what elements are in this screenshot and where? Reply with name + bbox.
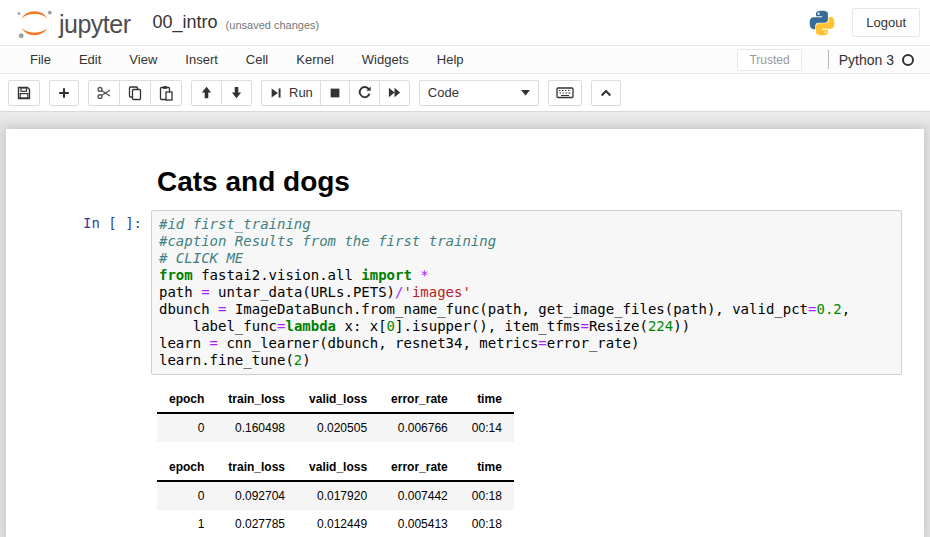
table-row: 00.0927040.0179200.00744200:18 xyxy=(157,481,514,510)
table-cell: 0.092704 xyxy=(216,481,297,510)
command-palette-button[interactable] xyxy=(548,80,582,106)
header-bar: jupyter 00_intro (unsaved changes) Logou… xyxy=(0,0,930,45)
menu-cell[interactable]: Cell xyxy=(232,47,282,72)
jupyter-logo-icon xyxy=(16,6,53,40)
restart-run-all-button[interactable] xyxy=(379,80,410,106)
code-line: from fastai2.vision.all import * xyxy=(159,267,894,284)
notebook-container: Cats and dogs In [ ]: #id first_training… xyxy=(6,129,924,537)
table-cell: 0.017920 xyxy=(297,481,379,510)
output-table-wrap-1: epochtrain_lossvalid_losserror_ratetime0… xyxy=(157,387,924,442)
jupyter-logo-text: jupyter xyxy=(59,12,131,40)
table-cell: 0.007442 xyxy=(379,481,460,510)
output-table: epochtrain_lossvalid_losserror_ratetime0… xyxy=(157,387,514,442)
output-area: epochtrain_lossvalid_losserror_ratetime0… xyxy=(157,380,924,537)
table-cell: 0.012449 xyxy=(297,510,379,537)
col-header-train_loss: train_loss xyxy=(216,387,297,413)
notebook-title[interactable]: 00_intro xyxy=(153,12,218,33)
col-header-time: time xyxy=(460,387,514,413)
table-cell: 00:18 xyxy=(460,481,514,510)
menu-help[interactable]: Help xyxy=(423,47,478,72)
col-header-epoch: epoch xyxy=(157,387,216,413)
col-header-train_loss: train_loss xyxy=(216,455,297,481)
table-cell: 1 xyxy=(157,510,216,537)
paste-cell-button[interactable] xyxy=(150,80,182,106)
code-line: #id first_training xyxy=(159,216,894,233)
arrow-up-icon xyxy=(199,85,214,100)
step-forward-icon xyxy=(269,86,283,100)
table-cell: 00:14 xyxy=(460,413,514,442)
markdown-cell[interactable]: Cats and dogs xyxy=(6,153,924,205)
restart-icon xyxy=(357,85,372,100)
menu-view[interactable]: View xyxy=(115,47,171,72)
copy-icon xyxy=(127,85,143,101)
run-button-label: Run xyxy=(289,85,313,100)
move-cell-up-button[interactable] xyxy=(191,80,222,106)
code-line: dbunch = ImageDataBunch.from_name_func(p… xyxy=(159,301,894,318)
table-cell: 0.020505 xyxy=(297,413,379,442)
table-row: 10.0277850.0124490.00541300:18 xyxy=(157,510,514,537)
logout-button[interactable]: Logout xyxy=(852,8,920,37)
table-cell: 00:18 xyxy=(460,510,514,537)
caret-down-icon xyxy=(521,90,530,96)
menu-edit[interactable]: Edit xyxy=(65,47,115,72)
col-header-time: time xyxy=(460,455,514,481)
menu-file[interactable]: File xyxy=(16,47,65,72)
save-button[interactable] xyxy=(8,80,40,106)
chevron-up-icon xyxy=(599,87,613,99)
table-cell: 0.006766 xyxy=(379,413,460,442)
col-header-error_rate: error_rate xyxy=(379,387,460,413)
table-cell: 0.027785 xyxy=(216,510,297,537)
jupyter-logo[interactable]: jupyter xyxy=(16,6,131,40)
page-title: Cats and dogs xyxy=(157,166,350,198)
save-icon xyxy=(16,85,32,101)
menu-kernel[interactable]: Kernel xyxy=(282,47,348,72)
kernel-idle-icon xyxy=(902,54,914,66)
interrupt-kernel-button[interactable] xyxy=(320,80,350,106)
output-table-wrap-2: epochtrain_lossvalid_losserror_ratetime0… xyxy=(157,455,924,537)
table-cell: 0 xyxy=(157,481,216,510)
move-cell-down-button[interactable] xyxy=(221,80,252,106)
scissors-icon xyxy=(96,85,112,101)
col-header-valid_loss: valid_loss xyxy=(297,387,379,413)
table-cell: 0.005413 xyxy=(379,510,460,537)
trusted-badge[interactable]: Trusted xyxy=(737,49,801,71)
code-line: # CLICK ME xyxy=(159,250,894,267)
col-header-valid_loss: valid_loss xyxy=(297,455,379,481)
python-logo-icon xyxy=(808,9,836,37)
keyboard-icon xyxy=(556,85,574,100)
table-row: 00.1604980.0205050.00676600:14 xyxy=(157,413,514,442)
collapse-toolbar-button[interactable] xyxy=(591,80,621,106)
code-line: learn = cnn_learner(dbunch, resnet34, me… xyxy=(159,335,894,352)
stop-icon xyxy=(328,86,342,100)
table-cell: 0 xyxy=(157,413,216,442)
menu-bar: FileEditViewInsertCellKernelWidgetsHelp … xyxy=(0,45,930,74)
code-editor[interactable]: #id first_training#caption Results from … xyxy=(159,216,894,369)
plus-icon xyxy=(57,86,71,100)
cut-cell-button[interactable] xyxy=(88,80,120,106)
input-prompt: In [ ]: xyxy=(21,210,151,375)
code-input-area[interactable]: #id first_training#caption Results from … xyxy=(151,210,902,375)
insert-cell-below-button[interactable] xyxy=(49,80,79,106)
copy-cell-button[interactable] xyxy=(119,80,151,106)
output-table: epochtrain_lossvalid_losserror_ratetime0… xyxy=(157,455,514,537)
code-line: path = untar_data(URLs.PETS)/'images' xyxy=(159,284,894,301)
menu-widgets[interactable]: Widgets xyxy=(348,47,423,72)
checkpoint-status: (unsaved changes) xyxy=(226,15,320,31)
arrow-down-icon xyxy=(229,85,244,100)
restart-kernel-button[interactable] xyxy=(349,80,380,106)
menu-items: FileEditViewInsertCellKernelWidgetsHelp xyxy=(16,47,478,72)
code-line: label_func=lambda x: x[0].isupper(), ite… xyxy=(159,318,894,335)
cell-type-dropdown[interactable]: Code xyxy=(419,80,539,106)
kernel-name: Python 3 xyxy=(839,52,894,68)
menu-insert[interactable]: Insert xyxy=(171,47,232,72)
run-button[interactable]: Run xyxy=(261,80,321,106)
cell-type-value: Code xyxy=(428,85,459,100)
toolbar: Run Code xyxy=(0,74,930,111)
col-header-epoch: epoch xyxy=(157,455,216,481)
kernel-divider xyxy=(828,50,829,69)
code-cell[interactable]: In [ ]: #id first_training#caption Resul… xyxy=(6,205,924,380)
site-background: Cats and dogs In [ ]: #id first_training… xyxy=(0,111,930,537)
paste-icon xyxy=(158,85,174,101)
col-header-error_rate: error_rate xyxy=(379,455,460,481)
table-cell: 0.160498 xyxy=(216,413,297,442)
